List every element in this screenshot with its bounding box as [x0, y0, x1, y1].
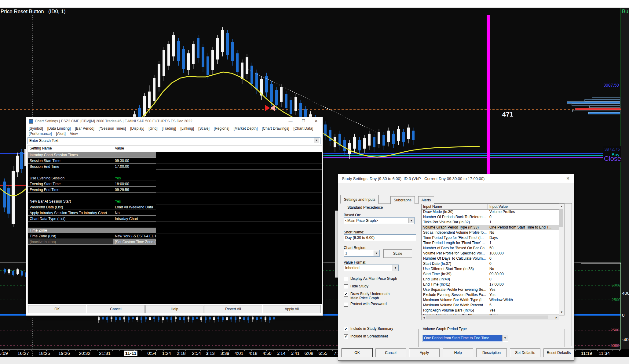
- input-row[interactable]: End Time (In:41)17:00:00: [422, 282, 559, 287]
- table-row[interactable]: Session Start Time09:30:00: [28, 158, 322, 164]
- chart-settings-titlebar[interactable]: Chart Settings | ESZ2.CME [CBV][M] 2000 …: [26, 117, 323, 125]
- based-on-select[interactable]: <Main Price Graph> ▼: [344, 217, 415, 224]
- tab-subgraphs[interactable]: Subgraphs: [390, 196, 415, 204]
- volume-graph-period-type-select[interactable]: One Period from Start Time to End Time ▼: [422, 335, 508, 342]
- input-row[interactable]: Volume Graph Period Type (In:33)One Peri…: [422, 225, 559, 230]
- apply-all-button[interactable]: Apply All: [263, 305, 321, 313]
- menu-item[interactable]: [*Session Times]: [99, 126, 126, 131]
- help-button[interactable]: Help: [443, 348, 473, 357]
- scroll-down-icon[interactable]: ▼: [560, 311, 563, 314]
- checkbox-checked[interactable]: ✔: [344, 334, 348, 339]
- value-format-select[interactable]: Inherited ▼: [344, 265, 399, 271]
- vertical-scrollbar[interactable]: ▲ ▼: [559, 204, 565, 315]
- input-value-cell: 1: [488, 220, 559, 225]
- horizontal-scrollbar[interactable]: ◄ ►: [421, 315, 559, 320]
- chevron-down-icon[interactable]: ▼: [374, 250, 379, 256]
- table-row[interactable]: Use Evening SessionYes: [28, 175, 322, 181]
- table-row[interactable]: Evening Start Time18:00:00: [28, 181, 322, 187]
- input-row[interactable]: Number Of Periods Back To Referen...0: [422, 214, 559, 220]
- menu-item[interactable]: [Symbol]: [29, 126, 43, 131]
- scroll-thumb[interactable]: [559, 209, 563, 227]
- input-row[interactable]: Draw Mode (In:30)Volume Profiles: [422, 209, 559, 214]
- input-row[interactable]: Number Of Days To Calculate Volum...0: [422, 256, 559, 261]
- checkbox-unchecked[interactable]: [344, 284, 348, 289]
- table-row[interactable]: Session End Time17:00:00: [28, 164, 322, 170]
- menu-item[interactable]: [Bar Period]: [75, 126, 94, 131]
- search-dropdown-icon[interactable]: ▼: [314, 138, 319, 143]
- cancel-button[interactable]: Cancel: [375, 348, 406, 357]
- short-name-input[interactable]: Day (9:30 to 6:00): [344, 234, 416, 241]
- table-row[interactable]: Chart Data Type (List)Intraday Chart: [28, 216, 322, 222]
- input-row[interactable]: Number of Bars for 'Based On Bar Co...50: [422, 246, 559, 251]
- chevron-down-icon[interactable]: ▼: [393, 265, 398, 271]
- table-row[interactable]: (Inactive button)[Set Custom Time Zone (…: [28, 239, 322, 245]
- table-row[interactable]: Intraday Chart Session Times: [28, 152, 322, 158]
- table-row[interactable]: Evening End Time09:29:59: [28, 187, 322, 193]
- ok-button[interactable]: OK: [342, 348, 372, 357]
- input-row[interactable]: Time Period Type for 'Fixed Time' (I...D…: [422, 235, 559, 240]
- menu-item[interactable]: [Market Depth]: [234, 126, 258, 131]
- input-row[interactable]: Ticks Per Volume Bar (In:32)1: [422, 220, 559, 225]
- menu-item[interactable]: [Scale]: [198, 126, 210, 131]
- help-button[interactable]: Help: [145, 305, 203, 313]
- cancel-button[interactable]: Cancel: [87, 305, 145, 313]
- input-row[interactable]: Volume Per Profile for 'Specified Vol...…: [422, 251, 559, 256]
- scroll-left-icon[interactable]: ◄: [422, 316, 425, 319]
- input-row[interactable]: Right Align Volume Bars (In:45)Yes: [422, 308, 559, 313]
- description-button[interactable]: Description: [476, 348, 507, 357]
- input-row[interactable]: Use Different Start Time (In:38)No: [422, 266, 559, 272]
- settings-table[interactable]: Setting Name Value Intraday Chart Sessio…: [27, 145, 322, 306]
- input-row[interactable]: Use Separate Profile For Evening Se...Ye…: [422, 287, 559, 292]
- scale-button[interactable]: Scale: [383, 249, 412, 258]
- scroll-right-icon[interactable]: ►: [555, 316, 558, 319]
- buy-button-corner[interactable]: Bu: [622, 9, 628, 15]
- checkbox-unchecked[interactable]: [344, 277, 348, 281]
- table-row[interactable]: Time Zone: [28, 228, 322, 233]
- menu-item[interactable]: [Display]: [130, 126, 144, 131]
- tab-alerts[interactable]: Alerts: [418, 196, 434, 204]
- set-defaults-button[interactable]: Set Defaults: [510, 348, 540, 357]
- checkbox-checked[interactable]: ✔: [344, 327, 348, 331]
- input-row[interactable]: Time Period Length for 'Fixed Time' ...1: [422, 240, 559, 246]
- maximize-icon[interactable]: ☐: [298, 118, 309, 124]
- table-row[interactable]: Weekend Data (List)Load All Weekend Data: [28, 204, 322, 210]
- checkbox-unchecked[interactable]: [344, 302, 348, 307]
- ok-button[interactable]: OK: [28, 305, 86, 313]
- menu-item[interactable]: View: [70, 132, 78, 136]
- menu-item[interactable]: [Chart Drawings]: [262, 126, 289, 131]
- input-row[interactable]: Maximum Volume Bar Width Percent...5: [422, 303, 559, 308]
- menu-item[interactable]: [Alert]: [56, 132, 65, 136]
- input-row[interactable]: End Date (In:40)0: [422, 277, 559, 282]
- inputs-table[interactable]: Input Name Input Value Draw Mode (In:30)…: [421, 204, 559, 315]
- table-row[interactable]: New Bar At Session StartYes: [28, 199, 322, 204]
- menu-item[interactable]: [Chart Data]: [294, 126, 313, 131]
- menu-item[interactable]: [Data Limiting]: [47, 126, 71, 131]
- input-row[interactable]: Start Time (In:39)09:30:00: [422, 272, 559, 277]
- reset-defaults-button[interactable]: Reset Defaults: [543, 348, 574, 357]
- table-row[interactable]: Time Zone (List)New York (-5 EST/-4 EDT): [28, 233, 322, 239]
- chevron-down-icon[interactable]: ▼: [502, 335, 508, 341]
- study-settings-titlebar[interactable]: Study Settings: Day (9:30 to 6:00). ID:3…: [338, 174, 574, 183]
- revert-all-button[interactable]: Revert All: [204, 305, 262, 313]
- chevron-down-icon[interactable]: ▼: [408, 218, 414, 223]
- input-row[interactable]: Set as Independent Volume Profile fo...N…: [422, 230, 559, 235]
- menu-item[interactable]: [Trading]: [162, 126, 176, 131]
- chart-region-select[interactable]: 1 ▼: [344, 250, 380, 257]
- input-row[interactable]: Exclude Evening Session Profiles Ex...Ye…: [422, 292, 559, 297]
- apply-button[interactable]: Apply: [409, 348, 440, 357]
- scroll-thumb[interactable]: [426, 315, 548, 319]
- input-row[interactable]: Start Date (In:37)0: [422, 261, 559, 266]
- checkbox-checked[interactable]: ✔: [344, 292, 348, 297]
- menu-item[interactable]: [Performance]: [29, 132, 52, 136]
- table-row[interactable]: Apply Intraday Session Times To Intraday…: [28, 210, 322, 216]
- minimize-icon[interactable]: —: [285, 118, 296, 124]
- close-icon[interactable]: ✕: [564, 175, 572, 182]
- search-input[interactable]: Enter Search Text: [27, 137, 320, 144]
- menu-item[interactable]: [Linking]: [180, 126, 194, 131]
- scroll-up-icon[interactable]: ▲: [560, 205, 563, 208]
- close-icon[interactable]: ✕: [311, 118, 321, 124]
- input-row[interactable]: Maximum Volume Bar Width Type (I...Windo…: [422, 297, 559, 303]
- menu-item[interactable]: [Grid]: [148, 126, 157, 131]
- tab-settings-and-inputs[interactable]: Settings and Inputs: [341, 195, 379, 204]
- menu-item[interactable]: [Regions]: [214, 126, 229, 131]
